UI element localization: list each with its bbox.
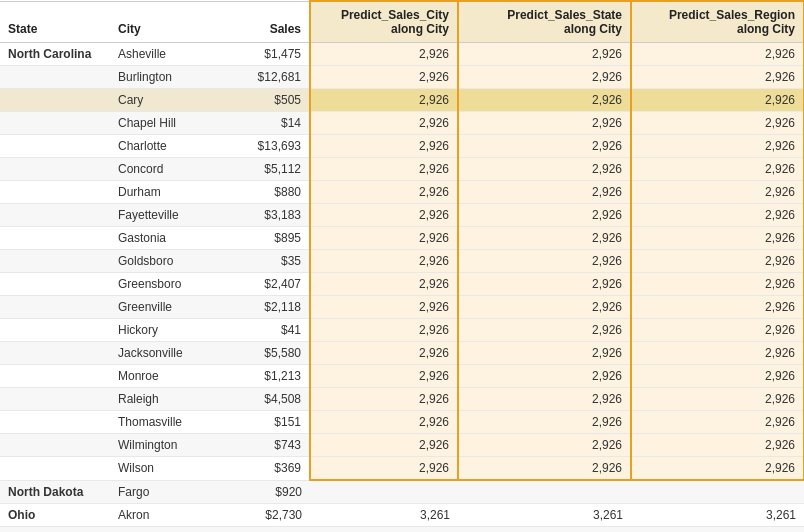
- predict-city-header: Predict_Sales_Cityalong City: [310, 1, 458, 43]
- predict-cell: 2,926: [631, 296, 804, 319]
- predict-cell: 2,926: [310, 457, 458, 481]
- table-row: North DakotaFargo$920: [0, 480, 804, 503]
- sales-cell: $35: [220, 250, 310, 273]
- predict-cell: 2,926: [458, 434, 631, 457]
- predict-cell: 2,926: [631, 227, 804, 250]
- state-cell: [0, 181, 110, 204]
- predict-cell: 2,926: [458, 457, 631, 481]
- data-table: State City Sales Predict_Sales_Cityalong…: [0, 0, 804, 532]
- predict-state-header: Predict_Sales_Statealong City: [458, 1, 631, 43]
- state-cell: [0, 158, 110, 181]
- state-cell: [0, 250, 110, 273]
- predict-cell: 2,926: [631, 66, 804, 89]
- predict-cell: 2,926: [310, 365, 458, 388]
- predict-cell: 2,926: [310, 319, 458, 342]
- city-cell: Raleigh: [110, 388, 220, 411]
- table-row: OhioAkron$2,7303,2613,2613,261: [0, 503, 804, 526]
- predict-cell: 2,926: [458, 112, 631, 135]
- table-row: Gastonia$8952,9262,9262,926: [0, 227, 804, 250]
- predict-cell: 3,261: [631, 526, 804, 532]
- sales-header: Sales: [220, 1, 310, 43]
- sales-cell: $3,183: [220, 204, 310, 227]
- table-row: Jacksonville$5,5802,9262,9262,926: [0, 342, 804, 365]
- predict-cell: [458, 480, 631, 503]
- table-row: Monroe$1,2132,9262,9262,926: [0, 365, 804, 388]
- predict-cell: 2,926: [458, 250, 631, 273]
- predict-cell: 2,926: [631, 434, 804, 457]
- state-cell: [0, 526, 110, 532]
- predict-cell: 3,261: [310, 526, 458, 532]
- predict-cell: 2,926: [631, 411, 804, 434]
- predict-cell: 2,926: [631, 457, 804, 481]
- predict-cell: [310, 480, 458, 503]
- predict-cell: 2,926: [631, 181, 804, 204]
- city-cell: Greenville: [110, 296, 220, 319]
- predict-cell: 2,926: [310, 66, 458, 89]
- predict-cell: 2,926: [631, 342, 804, 365]
- city-cell: Fayetteville: [110, 204, 220, 227]
- predict-cell: 2,926: [458, 89, 631, 112]
- predict-cell: 2,926: [458, 135, 631, 158]
- state-cell: [0, 411, 110, 434]
- predict-cell: 2,926: [310, 89, 458, 112]
- state-cell: Ohio: [0, 503, 110, 526]
- predict-cell: 2,926: [310, 273, 458, 296]
- predict-cell: 2,926: [631, 365, 804, 388]
- sales-cell: $1,475: [220, 43, 310, 66]
- sales-cell: $41: [220, 319, 310, 342]
- sales-cell: $895: [220, 227, 310, 250]
- state-cell: [0, 204, 110, 227]
- state-cell: [0, 342, 110, 365]
- state-cell: [0, 434, 110, 457]
- table-row: Raleigh$4,5082,9262,9262,926: [0, 388, 804, 411]
- predict-cell: 2,926: [458, 319, 631, 342]
- sales-cell: $2,730: [220, 503, 310, 526]
- predict-region-header: Predict_Sales_Regionalong City: [631, 1, 804, 43]
- city-cell: Wilson: [110, 457, 220, 481]
- predict-cell: 2,926: [310, 227, 458, 250]
- sales-cell: $369: [220, 457, 310, 481]
- table-row: Concord$5,1122,9262,9262,926: [0, 158, 804, 181]
- city-cell: Fargo: [110, 480, 220, 503]
- sales-cell: $2,407: [220, 273, 310, 296]
- city-cell: Goldsboro: [110, 250, 220, 273]
- state-cell: [0, 135, 110, 158]
- predict-cell: 2,926: [310, 411, 458, 434]
- predict-cell: 2,926: [458, 227, 631, 250]
- city-cell: Asheville: [110, 43, 220, 66]
- predict-cell: 2,926: [631, 319, 804, 342]
- city-cell: Bowling Green: [110, 526, 220, 532]
- sales-cell: $880: [220, 181, 310, 204]
- predict-cell: 2,926: [458, 296, 631, 319]
- state-cell: [0, 365, 110, 388]
- state-cell: [0, 273, 110, 296]
- predict-cell: 2,926: [310, 135, 458, 158]
- predict-cell: 2,926: [631, 204, 804, 227]
- city-cell: Cary: [110, 89, 220, 112]
- state-cell: North Dakota: [0, 480, 110, 503]
- table-row: Thomasville$1512,9262,9262,926: [0, 411, 804, 434]
- main-table-container: State City Sales Predict_Sales_Cityalong…: [0, 0, 804, 532]
- predict-cell: 2,926: [631, 250, 804, 273]
- state-cell: [0, 457, 110, 481]
- state-cell: [0, 66, 110, 89]
- predict-cell: 3,261: [631, 503, 804, 526]
- city-cell: Durham: [110, 181, 220, 204]
- predict-cell: 2,926: [631, 158, 804, 181]
- sales-cell: $920: [220, 480, 310, 503]
- city-cell: Chapel Hill: [110, 112, 220, 135]
- predict-cell: 2,926: [310, 342, 458, 365]
- state-header: State: [0, 1, 110, 43]
- city-cell: Akron: [110, 503, 220, 526]
- sales-cell: $14: [220, 112, 310, 135]
- sales-cell: $1,866: [220, 526, 310, 532]
- table-row: Charlotte$13,6932,9262,9262,926: [0, 135, 804, 158]
- state-cell: [0, 319, 110, 342]
- city-cell: Monroe: [110, 365, 220, 388]
- state-cell: North Carolina: [0, 43, 110, 66]
- city-cell: Burlington: [110, 66, 220, 89]
- table-row: Bowling Green$1,8663,2613,2613,261: [0, 526, 804, 532]
- predict-cell: 2,926: [310, 181, 458, 204]
- city-cell: Wilmington: [110, 434, 220, 457]
- predict-cell: 2,926: [310, 296, 458, 319]
